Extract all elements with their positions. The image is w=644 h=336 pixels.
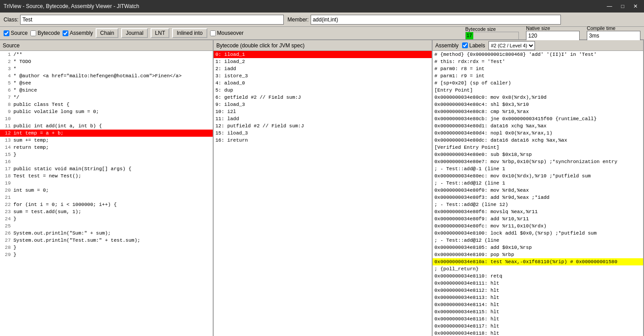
- class-input[interactable]: [20, 15, 284, 25]
- bytecode-panel: Bytecode (double click for JVM spec) 0: …: [214, 40, 433, 336]
- line-text: }: [13, 245, 17, 250]
- line-number: 28: [2, 245, 11, 250]
- bytecode-text: 16: ireturn: [215, 138, 248, 143]
- source-line: 16: [0, 158, 213, 165]
- line-number: 6: [2, 88, 11, 93]
- assembly-text: ; {poll_return}: [434, 266, 479, 272]
- line-number: 9: [2, 109, 11, 114]
- assembly-text: 0x0000000034e8117: hlt: [434, 323, 499, 329]
- assembly-line: ; - Test::add@12 (line: [433, 237, 643, 244]
- source-line: 10: [0, 115, 213, 122]
- bytecode-checkbox-label[interactable]: Bytecode: [30, 30, 60, 36]
- labels-label: Labels: [469, 42, 485, 49]
- assembly-line: 0x0000000034e8112: hlt: [433, 287, 643, 294]
- line-number: 19: [2, 181, 11, 186]
- assembly-text: 0x0000000034e80f6: movslq %eax,%r11: [434, 209, 538, 214]
- line-text: for (int i = 0; i < 1000000; i++) {: [13, 202, 117, 207]
- native-size-value: [526, 31, 580, 41]
- line-number: 8: [2, 102, 11, 107]
- metrics-group: Bytecode size 17 Native size Compile tim…: [465, 25, 640, 41]
- assembly-line: # parm0: r8 = int: [433, 65, 643, 72]
- bytecode-line: 0: iload_1: [214, 51, 432, 58]
- line-text: public class Test {: [13, 102, 69, 107]
- bytecode-text: 3: istore_3: [215, 73, 248, 79]
- source-checkbox-label[interactable]: Source: [4, 30, 28, 36]
- assembly-text: 0x0000000034e80cb: jne 0x000000003415f60…: [434, 116, 597, 122]
- assembly-line: 0x0000000034e8100: lock addl $0x0,(%rsp)…: [433, 230, 643, 237]
- assembly-text: ; - Test::add@12 (line 1: [434, 181, 505, 186]
- class-label-group: Class:: [4, 15, 284, 25]
- line-number: 29: [2, 252, 11, 257]
- source-line: 22 for (int i = 0; i < 1000000; i++) {: [0, 201, 213, 208]
- source-line: 2 * TODO: [0, 58, 213, 65]
- line-number: 26: [2, 231, 11, 236]
- line-text: /**: [13, 52, 22, 57]
- line-number: 12: [2, 130, 11, 136]
- assembly-text: 0x0000000034e8113: hlt: [434, 295, 499, 300]
- lnt-button[interactable]: LNT: [151, 28, 170, 38]
- source-line: 1/**: [0, 51, 213, 58]
- source-checkbox[interactable]: [4, 30, 9, 36]
- assembly-line: 0x0000000034e80e0: sub $0x18,%rsp: [433, 151, 643, 158]
- assembly-panel: Assembly Labels #2 (C2 / Level 4) # {met…: [433, 40, 644, 336]
- assembly-text: 0x0000000034e8100: lock addl $0x0,(%rsp)…: [434, 231, 597, 236]
- window-title: TriView - Source, Bytecode, Assembly Vie…: [4, 3, 139, 9]
- assembly-panel-content[interactable]: # {method} {0x000000001c800468} 'add' '(…: [433, 51, 643, 336]
- member-input[interactable]: [311, 15, 561, 25]
- assembly-text: # [sp+0x20] (sp of caller): [434, 80, 511, 86]
- line-number: 17: [2, 166, 11, 172]
- source-line: 3 *: [0, 65, 213, 72]
- maximize-button[interactable]: □: [619, 2, 627, 10]
- compile-time-value: [587, 31, 640, 41]
- line-number: 21: [2, 195, 11, 200]
- line-number: 23: [2, 209, 11, 214]
- bytecode-checkbox[interactable]: [30, 30, 36, 36]
- bytecode-line: 10: i2l: [214, 108, 432, 115]
- line-number: 4: [2, 73, 11, 79]
- minimize-button[interactable]: —: [604, 2, 615, 10]
- assembly-text: # {method} {0x000000001c800468} 'add' '(…: [434, 52, 597, 57]
- line-text: }: [13, 252, 17, 257]
- window-controls[interactable]: — □ ✕: [604, 2, 640, 10]
- close-button[interactable]: ✕: [631, 2, 640, 10]
- assembly-line: 0x0000000034e8114: hlt: [433, 301, 643, 308]
- assembly-text: 0x0000000034e80dc: data16 data16 xchg %a…: [434, 138, 567, 143]
- line-number: 2: [2, 59, 11, 64]
- bytecode-panel-content[interactable]: 0: iload_11: iload_22: iadd3: istore_34:…: [214, 51, 432, 336]
- line-number: 16: [2, 159, 11, 164]
- assembly-checkbox-label[interactable]: Assembly: [63, 30, 93, 36]
- line-number: 10: [2, 116, 11, 122]
- member-label: Member:: [287, 17, 308, 23]
- assembly-line: 0x0000000034e80f9: add %r10,%r11: [433, 215, 643, 223]
- source-line: 11 public int add(int a, int b) {: [0, 122, 213, 130]
- compile-time-label: Compile time: [587, 25, 615, 31]
- level-select[interactable]: #2 (C2 / Level 4): [488, 41, 535, 50]
- bytecode-line: 4: aload_0: [214, 80, 432, 87]
- assembly-text: 0x0000000034e810a: test %eax,-0x1f68110(…: [434, 259, 617, 265]
- mouseover-checkbox[interactable]: [210, 30, 216, 36]
- journal-button[interactable]: Journal: [121, 28, 147, 38]
- bytecode-size-value: 17: [467, 33, 472, 38]
- bytecode-line: 11: ladd: [214, 115, 432, 122]
- assembly-checkbox[interactable]: [63, 30, 68, 36]
- mouseover-checkbox-label[interactable]: Mouseover: [210, 30, 244, 36]
- assembly-text: 0x0000000034e80f9: add %r10,%r11: [434, 216, 529, 222]
- assembly-line: ; - Test::add@-1 (line 1: [433, 165, 643, 172]
- assembly-text: 0x0000000034e8114: hlt: [434, 302, 499, 307]
- bytecode-text: 10: i2l: [215, 109, 236, 114]
- assembly-text: 0x0000000034e8105: add $0x10,%rsp: [434, 245, 532, 250]
- source-line: 8public class Test {: [0, 101, 213, 108]
- chain-button[interactable]: Chain: [96, 28, 118, 38]
- assembly-line: 0x0000000034e80d1: data16 xchg %ax,%ax: [433, 122, 643, 130]
- source-label: Source: [11, 30, 28, 36]
- labels-checkbox[interactable]: [462, 42, 468, 48]
- line-text: public int add(int a, int b) {: [13, 123, 102, 129]
- native-size-metric: Native size: [526, 25, 580, 41]
- line-number: 5: [2, 80, 11, 86]
- bytecode-line: 1: iload_2: [214, 58, 432, 65]
- inlined-into-button[interactable]: Inlined into: [172, 28, 207, 38]
- assembly-text: # this: rdx:rdx = 'Test': [434, 59, 505, 64]
- source-panel-content[interactable]: 1/**2 * TODO3 *4 * @author <a href="mail…: [0, 51, 213, 336]
- labels-checkbox-label[interactable]: Labels: [462, 42, 485, 49]
- assembly-line: [Entry Point]: [433, 87, 643, 94]
